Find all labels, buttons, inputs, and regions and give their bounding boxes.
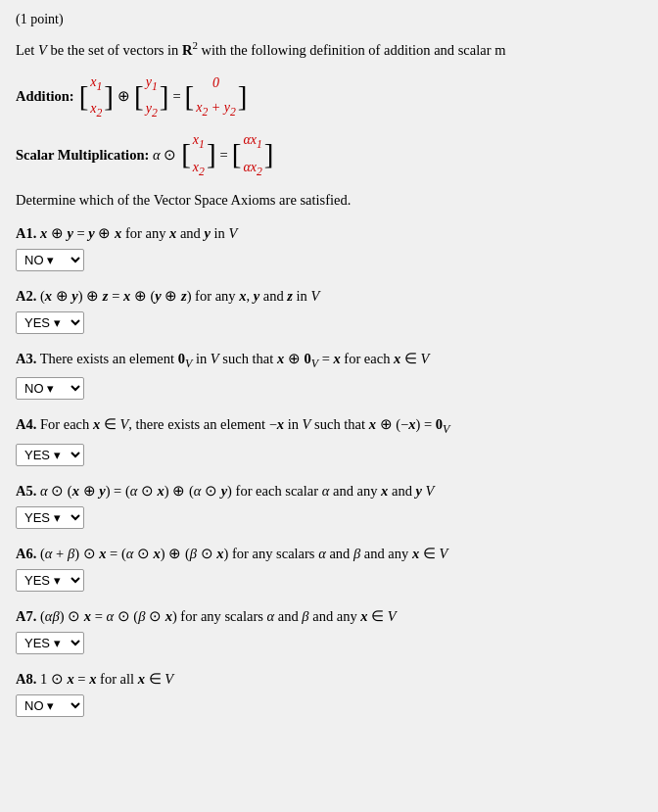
axiom-A4: A4. For each x ∈ V, there exists an elem… (16, 413, 642, 465)
axiom-A4-select[interactable]: YES ▾ NO (16, 444, 84, 466)
axiom-A5-select[interactable]: YES ▾ NO (16, 506, 84, 529)
axiom-A6: A6. (α + β) ⊙ x = (α ⊙ x) ⊕ (β ⊙ x) for … (16, 543, 642, 592)
axiom-A7: A7. (αβ) ⊙ x = α ⊙ (β ⊙ x) for any scala… (16, 605, 642, 654)
axiom-A1-label: A1. x ⊕ y = y ⊕ x for any x and y in V (16, 222, 642, 245)
axiom-A1-select[interactable]: NO ▾ YES (16, 249, 84, 271)
axiom-A2-select[interactable]: YES ▾ NO (16, 311, 84, 334)
determine-text: Determine which of the Vector Space Axio… (16, 192, 642, 209)
axiom-A3-select[interactable]: NO ▾ YES (16, 377, 84, 400)
axiom-A8-select[interactable]: NO ▾ YES (16, 694, 84, 717)
axiom-A7-select[interactable]: YES ▾ NO (16, 632, 84, 654)
scalar-mult-formula: [ x1 x2 ] = [ αx1 αx2 ] (180, 127, 274, 182)
axiom-A5-label: A5. α ⊙ (x ⊕ y) = (α ⊙ x) ⊕ (α ⊙ y) for … (16, 480, 642, 502)
axiom-A2: A2. (x ⊕ y) ⊕ z = x ⊕ (y ⊕ z) for any x,… (16, 285, 642, 334)
axiom-A4-label: A4. For each x ∈ V, there exists an elem… (16, 413, 642, 439)
axiom-A1: A1. x ⊕ y = y ⊕ x for any x and y in V N… (16, 222, 642, 271)
axiom-A3: A3. There exists an element 0V in V such… (16, 348, 642, 400)
points-label: (1 point) (16, 12, 642, 27)
addition-formula: [ x1 x2 ] ⊕ [ y1 y2 ] = [ (78, 70, 249, 124)
axiom-A8: A8. 1 ⊙ x = x for all x ∈ V NO ▾ YES (16, 668, 642, 717)
axiom-A5: A5. α ⊙ (x ⊕ y) = (α ⊙ x) ⊕ (α ⊙ y) for … (16, 480, 642, 529)
scalar-mult-label: Scalar Multiplication: α ⊙ (16, 142, 176, 167)
axiom-A7-label: A7. (αβ) ⊙ x = α ⊙ (β ⊙ x) for any scala… (16, 605, 642, 628)
axiom-A6-select[interactable]: YES ▾ NO (16, 569, 84, 592)
axiom-A8-label: A8. 1 ⊙ x = x for all x ∈ V (16, 668, 642, 691)
axiom-A2-label: A2. (x ⊕ y) ⊕ z = x ⊕ (y ⊕ z) for any x,… (16, 285, 642, 308)
axiom-A6-label: A6. (α + β) ⊙ x = (α ⊙ x) ⊕ (β ⊙ x) for … (16, 543, 642, 565)
axiom-A3-label: A3. There exists an element 0V in V such… (16, 348, 642, 373)
intro-text: Let V be the set of vectors in R2 with t… (16, 37, 642, 62)
addition-label: Addition: (16, 83, 74, 109)
